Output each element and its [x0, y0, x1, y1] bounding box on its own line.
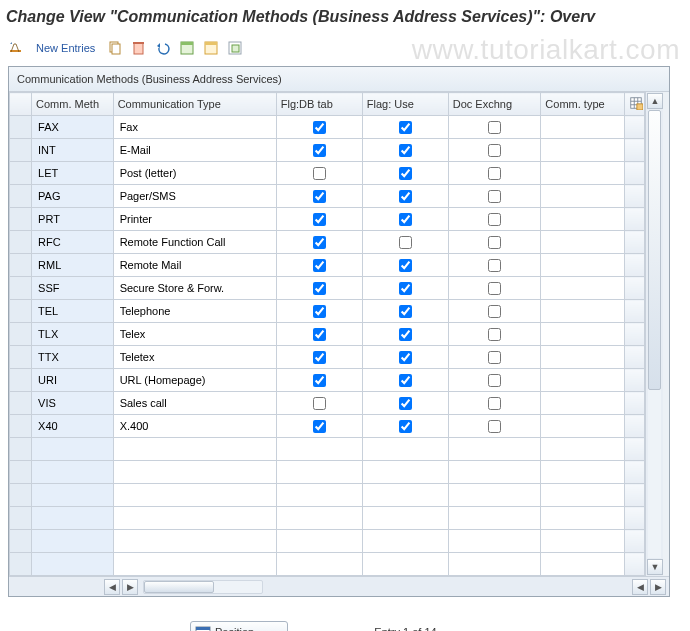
row-selector[interactable]: [10, 530, 32, 553]
empty-cell-input[interactable]: [545, 439, 620, 459]
deselect-all-icon[interactable]: [227, 40, 243, 56]
flg-db-tab-checkbox[interactable]: [313, 420, 326, 433]
comm-meth-input[interactable]: [36, 140, 109, 160]
comm-meth-input[interactable]: [36, 278, 109, 298]
comm-meth-input[interactable]: [36, 301, 109, 321]
comm-meth-input[interactable]: [36, 209, 109, 229]
position-button[interactable]: Position...: [190, 621, 288, 631]
comm-meth-input[interactable]: [36, 186, 109, 206]
flg-db-tab-checkbox[interactable]: [313, 397, 326, 410]
column-flag-use[interactable]: Flag: Use: [362, 93, 448, 116]
doc-exchng-checkbox[interactable]: [488, 282, 501, 295]
comm-type-input[interactable]: [545, 117, 620, 137]
empty-cell-input[interactable]: [545, 462, 620, 482]
comm-meth-input[interactable]: [36, 232, 109, 252]
flg-db-tab-checkbox[interactable]: [313, 144, 326, 157]
empty-cell-input[interactable]: [545, 508, 620, 528]
vertical-scroll-track[interactable]: [648, 110, 661, 558]
comm-type-input[interactable]: [545, 255, 620, 275]
flag-use-checkbox[interactable]: [399, 374, 412, 387]
row-selector[interactable]: [10, 139, 32, 162]
flg-db-tab-checkbox[interactable]: [313, 328, 326, 341]
row-selector[interactable]: [10, 507, 32, 530]
flg-db-tab-checkbox[interactable]: [313, 282, 326, 295]
row-selector[interactable]: [10, 254, 32, 277]
flag-use-checkbox[interactable]: [399, 351, 412, 364]
row-selector[interactable]: [10, 208, 32, 231]
table-settings-button[interactable]: [625, 93, 645, 116]
scroll-right-arrow-icon[interactable]: ▶: [650, 579, 666, 595]
horizontal-scrollbar-right[interactable]: ◀ ▶: [631, 578, 667, 596]
empty-cell-input[interactable]: [118, 508, 272, 528]
row-selector[interactable]: [10, 553, 32, 576]
scroll-right-arrow-icon[interactable]: ▶: [122, 579, 138, 595]
row-selector[interactable]: [10, 162, 32, 185]
comm-type-input[interactable]: [545, 347, 620, 367]
scroll-left-arrow-icon[interactable]: ◀: [632, 579, 648, 595]
communication-type-input[interactable]: [118, 393, 272, 413]
new-entries-button[interactable]: New Entries: [32, 42, 99, 54]
column-comm-type[interactable]: Comm. type: [541, 93, 625, 116]
empty-cell-input[interactable]: [545, 554, 620, 574]
communication-type-input[interactable]: [118, 163, 272, 183]
comm-type-input[interactable]: [545, 209, 620, 229]
comm-type-input[interactable]: [545, 393, 620, 413]
doc-exchng-checkbox[interactable]: [488, 397, 501, 410]
empty-cell-input[interactable]: [545, 531, 620, 551]
doc-exchng-checkbox[interactable]: [488, 374, 501, 387]
delete-icon[interactable]: [131, 40, 147, 56]
row-selector[interactable]: [10, 185, 32, 208]
empty-cell-input[interactable]: [545, 485, 620, 505]
comm-meth-input[interactable]: [36, 416, 109, 436]
scroll-down-arrow-icon[interactable]: ▼: [647, 559, 663, 575]
flag-use-checkbox[interactable]: [399, 259, 412, 272]
toggle-display-change-icon[interactable]: [8, 40, 24, 56]
flg-db-tab-checkbox[interactable]: [313, 190, 326, 203]
doc-exchng-checkbox[interactable]: [488, 144, 501, 157]
doc-exchng-checkbox[interactable]: [488, 351, 501, 364]
flg-db-tab-checkbox[interactable]: [313, 305, 326, 318]
vertical-scroll-thumb[interactable]: [648, 110, 661, 390]
comm-meth-input[interactable]: [36, 393, 109, 413]
flag-use-checkbox[interactable]: [399, 420, 412, 433]
communication-type-input[interactable]: [118, 301, 272, 321]
flag-use-checkbox[interactable]: [399, 328, 412, 341]
communication-type-input[interactable]: [118, 278, 272, 298]
empty-cell-input[interactable]: [36, 462, 109, 482]
row-selector[interactable]: [10, 438, 32, 461]
flag-use-checkbox[interactable]: [399, 213, 412, 226]
row-selector[interactable]: [10, 323, 32, 346]
flg-db-tab-checkbox[interactable]: [313, 259, 326, 272]
flg-db-tab-checkbox[interactable]: [313, 236, 326, 249]
select-all-column-header[interactable]: [10, 93, 32, 116]
communication-type-input[interactable]: [118, 255, 272, 275]
column-doc-exchng[interactable]: Doc Exchng: [448, 93, 541, 116]
comm-type-input[interactable]: [545, 278, 620, 298]
communication-type-input[interactable]: [118, 232, 272, 252]
column-comm-meth[interactable]: Comm. Meth: [32, 93, 114, 116]
comm-type-input[interactable]: [545, 232, 620, 252]
communication-type-input[interactable]: [118, 416, 272, 436]
row-selector[interactable]: [10, 116, 32, 139]
row-selector[interactable]: [10, 484, 32, 507]
flag-use-checkbox[interactable]: [399, 305, 412, 318]
flg-db-tab-checkbox[interactable]: [313, 121, 326, 134]
communication-type-input[interactable]: [118, 370, 272, 390]
horizontal-scroll-thumb[interactable]: [144, 581, 214, 593]
communication-type-input[interactable]: [118, 140, 272, 160]
comm-meth-input[interactable]: [36, 347, 109, 367]
communication-type-input[interactable]: [118, 324, 272, 344]
scroll-left-arrow-icon[interactable]: ◀: [104, 579, 120, 595]
row-selector[interactable]: [10, 415, 32, 438]
comm-type-input[interactable]: [545, 163, 620, 183]
comm-type-input[interactable]: [545, 186, 620, 206]
empty-cell-input[interactable]: [36, 485, 109, 505]
row-selector[interactable]: [10, 346, 32, 369]
flag-use-checkbox[interactable]: [399, 121, 412, 134]
row-selector[interactable]: [10, 392, 32, 415]
empty-cell-input[interactable]: [36, 531, 109, 551]
empty-cell-input[interactable]: [36, 554, 109, 574]
communication-type-input[interactable]: [118, 347, 272, 367]
comm-meth-input[interactable]: [36, 117, 109, 137]
scroll-up-arrow-icon[interactable]: ▲: [647, 93, 663, 109]
